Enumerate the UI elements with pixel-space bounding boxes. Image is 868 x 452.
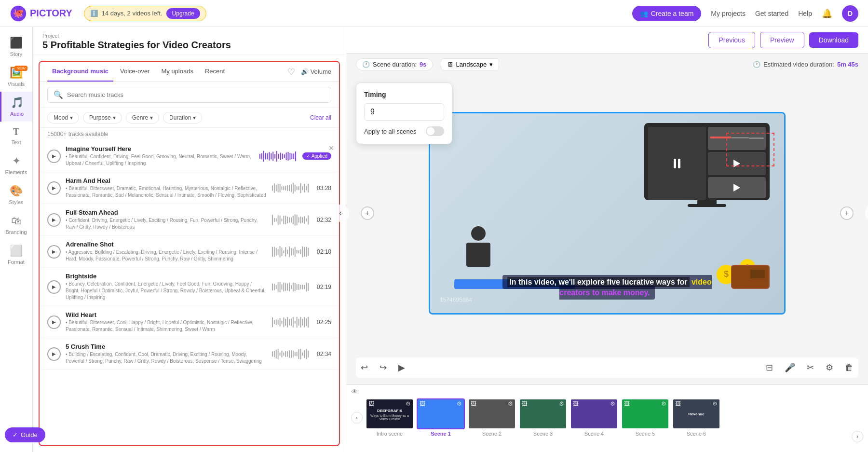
settings-button[interactable]: ⚙ [824,360,835,375]
timeline-scene-scene6[interactable]: Revenue ⚙ 🖼 Scene 6 [672,398,720,437]
tab-my-uploads[interactable]: My uploads [156,62,198,82]
favorites-icon[interactable]: ♡ [287,67,295,77]
scene-label: Scene 3 [533,431,553,437]
track-duration: 02:25 [315,319,331,326]
tab-background-music[interactable]: Background music [47,62,113,82]
track-play-button[interactable]: ▶ [47,245,61,259]
sidebar-item-story[interactable]: ⬛ Story [0,32,32,62]
est-duration-value: 5m 45s [837,61,858,68]
scene-settings-icon: ⚙ [406,400,411,407]
my-projects-link[interactable]: My projects [711,10,746,17]
search-input[interactable] [67,91,325,98]
estimated-duration: 🕐 Estimated video duration: 5m 45s [753,61,858,68]
cut-button[interactable]: ✂ [805,360,816,375]
scene-settings-icon: ⚙ [559,400,564,407]
icon-sidebar: ⬛ Story 🖼️ Visuals NEW 🎵 Audio T Text ✦ … [0,27,33,452]
download-button[interactable]: Download [809,32,858,48]
sidebar-item-audio[interactable]: 🎵 Audio [0,92,32,122]
branding-icon: 🛍 [11,215,22,227]
tab-recent[interactable]: Recent [200,62,230,82]
video-next-arrow[interactable]: › [865,205,868,222]
track-play-button[interactable]: ▶ [47,347,61,361]
sidebar-label-elements: Elements [5,169,27,175]
duration-filter[interactable]: Duration ▾ [163,112,202,123]
add-scene-right-button[interactable]: + [840,206,854,220]
track-play-button[interactable]: ▶ [47,150,61,163]
track-name: 5 Crush Time [66,343,267,350]
scene-settings-icon: ⚙ [610,400,615,407]
sidebar-item-format[interactable]: ⬜ Format [0,240,32,270]
scene-thumb-image: ⚙ 🖼 [468,398,516,429]
track-tags: • Confident, Driving, Energetic / Lively… [66,217,267,231]
volume-button[interactable]: 🔊 Volume [301,68,331,75]
get-started-link[interactable]: Get started [755,10,788,17]
timeline-next-arrow[interactable]: › [852,431,863,442]
waveform [271,245,310,259]
track-play-button[interactable]: ▶ [47,181,61,195]
tracks-available: 15000+ tracks available [40,128,339,140]
timeline-prev-arrow[interactable]: ‹ [351,412,363,424]
genre-filter[interactable]: Genre ▾ [126,112,159,123]
purpose-filter[interactable]: Purpose ▾ [83,112,122,123]
clear-all-button[interactable]: Clear all [310,114,331,121]
notifications-icon[interactable]: 🔔 [822,8,832,19]
apply-toggle[interactable] [426,126,444,136]
tab-voice-over[interactable]: Voice-over [115,62,154,82]
tracks-list: ▶ Imagine Yourself Here • Beautiful, Con… [40,140,339,445]
landscape-icon: 🖥 [447,61,453,68]
delete-button[interactable]: 🗑 [843,361,855,375]
sidebar-item-elements[interactable]: ✦ Elements [0,150,32,180]
sidebar-item-branding[interactable]: 🛍 Branding [0,210,32,240]
audio-icon: 🎵 [11,96,24,109]
sidebar-label-text: Text [11,139,21,145]
upgrade-button[interactable]: Upgrade [166,8,200,19]
mood-filter[interactable]: Mood ▾ [47,112,79,123]
track-info: Adrenaline Shot • Aggressive, Building /… [66,241,267,262]
video-prev-arrow[interactable]: ‹ [332,205,349,222]
track-tags: • Bouncy, Celebration, Confident, Energe… [66,281,267,301]
redo-button[interactable]: ↪ [378,360,389,375]
scene-media-icon: 🖼 [522,400,528,407]
scene-duration-label: Scene duration: [373,61,417,68]
sidebar-item-text[interactable]: T Text [0,122,32,150]
track-play-button[interactable]: ▶ [47,280,61,294]
avatar[interactable]: D [842,5,858,22]
app-logo[interactable]: 🐙 PICTORY [10,5,72,22]
create-team-button[interactable]: 👥 Create a team [632,6,702,21]
timeline-scene-scene2[interactable]: ⚙ 🖼 Scene 2 [468,398,516,437]
sidebar-item-styles[interactable]: 🎨 Styles [0,180,32,210]
previous-button[interactable]: Previous [708,32,755,48]
video-area: 🕐 Scene duration: 9s 🖥 Landscape ▾ 🕐 Est… [346,54,868,384]
microphone-button[interactable]: 🎤 [783,360,797,375]
scene-duration-badge[interactable]: 🕐 Scene duration: 9s [356,58,433,70]
est-duration-label: Estimated video duration: [763,61,834,68]
track-info: Imagine Yourself Here • Beautiful, Confi… [66,145,254,167]
landscape-select[interactable]: 🖥 Landscape ▾ [441,58,500,70]
chevron-down-icon: ▾ [489,61,493,68]
remove-track-button[interactable]: ✕ [328,144,334,152]
undo-button[interactable]: ↩ [359,360,370,375]
nav-right: 👥 Create a team My projects Get started … [632,5,858,22]
subtitle-highlight-word: video [692,278,712,286]
help-link[interactable]: Help [798,10,812,17]
track-play-button[interactable]: ▶ [47,315,61,329]
timeline-scene-intro[interactable]: DEEPGRAFIX Ways to Earn Money as a Video… [366,398,414,437]
chevron-down-icon: ▾ [193,114,196,121]
top-navigation: 🐙 PICTORY ℹ️ 14 days, 2 videos left. Upg… [0,0,868,27]
add-scene-left-button[interactable]: + [361,206,374,220]
track-name: Harm And Heal [66,177,267,184]
timing-input[interactable] [364,103,444,121]
timeline-scene-scene5[interactable]: ⚙ 🖼 Scene 5 [621,398,669,437]
timeline-scene-scene1[interactable]: ⚙ 🖼 Scene 1 [417,398,465,437]
styles-icon: 🎨 [10,185,23,197]
sidebar-item-visuals[interactable]: 🖼️ Visuals NEW [0,62,32,92]
play-button[interactable]: ▶ [396,360,407,375]
preview-button[interactable]: Preview [760,32,804,48]
track-item: ▶ Adrenaline Shot • Aggressive, Building… [40,236,339,268]
subtitles-button[interactable]: ⊟ [764,360,775,375]
track-play-button[interactable]: ▶ [47,213,61,227]
guide-button[interactable]: ✓ Guide [5,427,45,442]
audio-tabs: Background music Voice-over My uploads R… [40,62,339,82]
timeline-scene-scene4[interactable]: ⚙ 🖼 Scene 4 [570,398,618,437]
timeline-scene-scene3[interactable]: ⚙ 🖼 Scene 3 [519,398,567,437]
